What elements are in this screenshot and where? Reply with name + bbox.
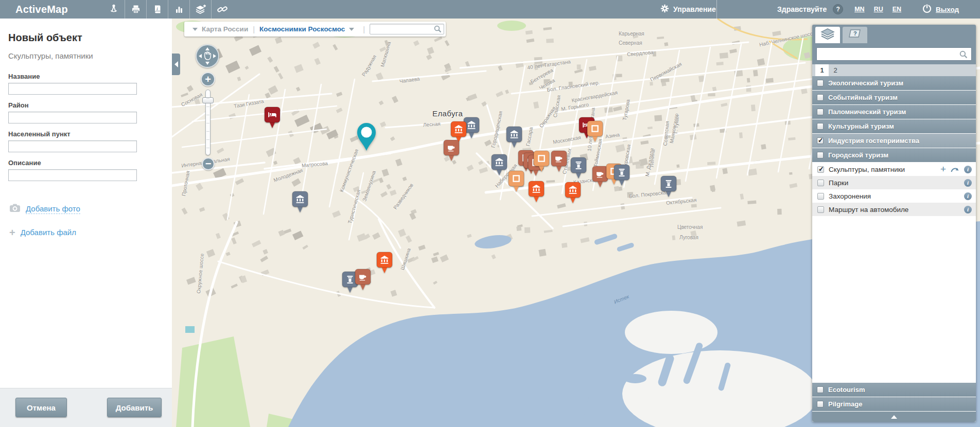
group-checkbox[interactable]: [817, 401, 824, 407]
layer-group[interactable]: Паломнический туризм: [812, 105, 976, 119]
info-icon[interactable]: i: [964, 179, 972, 187]
sidebar-collapse-button[interactable]: [172, 54, 180, 75]
group-checkbox[interactable]: [817, 152, 824, 158]
basemap-option-russia[interactable]: Карта России: [202, 25, 248, 33]
zoom-slider[interactable]: [205, 90, 211, 155]
layer-group[interactable]: Pilgrimage: [812, 397, 976, 411]
marker-frame[interactable]: [587, 120, 603, 143]
group-checkbox[interactable]: [817, 137, 824, 144]
panel-collapse-button[interactable]: [812, 412, 976, 422]
info-icon[interactable]: i: [964, 166, 972, 173]
marker-museum[interactable]: [565, 182, 581, 204]
layer-group[interactable]: Ecotourism: [812, 383, 976, 397]
page-title: Новый объект: [8, 32, 164, 44]
tab-layers[interactable]: [815, 27, 840, 43]
info-icon[interactable]: i: [964, 206, 972, 214]
share-link-icon[interactable]: [211, 0, 233, 19]
marker-frame[interactable]: [533, 150, 550, 172]
layer-group[interactable]: Культурный туризм: [812, 119, 976, 133]
add-object-icon[interactable]: +: [940, 165, 946, 173]
submit-button[interactable]: Добавить: [107, 398, 162, 417]
field-input-0[interactable]: [8, 83, 137, 95]
chevron-down-icon[interactable]: [349, 28, 354, 31]
group-checkbox[interactable]: [817, 109, 824, 115]
info-icon[interactable]: i: [964, 192, 972, 200]
field-input-2[interactable]: [8, 140, 137, 152]
print-icon[interactable]: [125, 0, 146, 19]
panel-page-1[interactable]: 1: [815, 64, 829, 76]
search-icon: [959, 50, 968, 61]
search-icon[interactable]: [434, 25, 442, 33]
marker-bank[interactable]: [491, 154, 507, 176]
zoom-out-button[interactable]: −: [202, 157, 215, 170]
marker-column[interactable]: [570, 157, 587, 179]
layer-search-input[interactable]: [816, 47, 972, 61]
group-checkbox[interactable]: [817, 123, 824, 130]
object-category-label: Скульптуры, памятники: [8, 51, 164, 60]
help-button[interactable]: ?: [833, 4, 843, 14]
zoom-in-button[interactable]: +: [201, 72, 215, 86]
marker-museum[interactable]: [528, 181, 545, 203]
marker-column[interactable]: [660, 175, 677, 198]
panel-empty-area: [812, 216, 976, 383]
header-toolbar: i: [103, 0, 233, 19]
group-label: Ecotourism: [828, 386, 865, 394]
group-checkbox[interactable]: [817, 80, 824, 86]
field-label: Описание: [8, 159, 164, 167]
layer-group[interactable]: Городской туризм: [812, 148, 976, 162]
add-photo-button[interactable]: Добавить фото: [9, 203, 164, 215]
marker-coffee[interactable]: [551, 150, 567, 172]
marker-frame[interactable]: [508, 170, 524, 192]
sublayer-row[interactable]: Паркиi: [812, 176, 976, 189]
top-header: ActiveMap i Управление Здравствуйте ? MN…: [0, 0, 980, 19]
layer-group[interactable]: Экологический туризм: [812, 76, 976, 90]
chevron-down-icon[interactable]: [192, 28, 198, 31]
marker-museum[interactable]: [376, 252, 393, 274]
layer-group[interactable]: Индустрия гостеприимства: [812, 134, 976, 148]
layers-icon: [820, 28, 835, 42]
cancel-button[interactable]: Отмена: [15, 398, 67, 417]
basemap-option-roscosmos[interactable]: Космоснимки Роскосмос: [259, 25, 345, 33]
sublayer-checkbox[interactable]: [817, 166, 824, 173]
pan-control[interactable]: [196, 44, 219, 68]
layer-group[interactable]: Событийный туризм: [812, 91, 976, 104]
management-button[interactable]: Управление: [660, 0, 716, 19]
group-label: Индустрия гостеприимства: [828, 137, 919, 145]
marker-bank[interactable]: [292, 191, 308, 213]
field-input-3[interactable]: [8, 169, 137, 181]
logout-button[interactable]: Выход: [922, 3, 959, 15]
marker-coffee[interactable]: [355, 269, 371, 291]
group-checkbox[interactable]: [817, 386, 824, 393]
add-file-button[interactable]: + Добавить файл: [9, 228, 164, 237]
panel-tabs: ?: [812, 25, 976, 43]
field-label: Район: [8, 101, 164, 109]
map-canvas[interactable]: СосноваяТази ГиззатаМатросоваМолодежнаяК…: [172, 19, 980, 427]
language-link-en[interactable]: EN: [892, 6, 901, 13]
group-checkbox[interactable]: [817, 94, 824, 101]
language-link-ru[interactable]: RU: [874, 6, 883, 13]
draw-route-icon[interactable]: [951, 166, 959, 173]
tab-legend[interactable]: ?: [843, 27, 867, 43]
sublayer-label: Парки: [829, 179, 848, 187]
map-search-input[interactable]: [370, 24, 444, 34]
panel-page-2[interactable]: 2: [829, 64, 842, 76]
sublayer-list: Скульптуры, памятники+iПаркиiЗахоронения…: [812, 163, 976, 216]
marker-coffee[interactable]: [443, 139, 460, 162]
add-layer-icon[interactable]: [189, 0, 211, 19]
sublayer-row[interactable]: Маршрут на автомобилеi: [812, 203, 976, 216]
sublayer-checkbox[interactable]: [817, 206, 824, 213]
marker-hotel[interactable]: [264, 106, 281, 129]
guide-icon[interactable]: i: [146, 0, 168, 19]
sublayer-row[interactable]: Скульптуры, памятники+i: [812, 163, 976, 176]
marker-column[interactable]: [614, 164, 630, 186]
sublayer-checkbox[interactable]: [817, 193, 824, 200]
language-link-mn[interactable]: MN: [854, 6, 864, 13]
sublayer-checkbox[interactable]: [817, 180, 824, 186]
measure-icon[interactable]: [103, 0, 125, 19]
new-object-pin[interactable]: [354, 120, 379, 152]
sublayer-row[interactable]: Захороненияi: [812, 189, 976, 203]
field-input-1[interactable]: [8, 112, 137, 123]
stats-icon[interactable]: [168, 0, 189, 19]
marker-bank[interactable]: [506, 126, 522, 148]
form-footer: Отмена Добавить: [0, 388, 172, 427]
